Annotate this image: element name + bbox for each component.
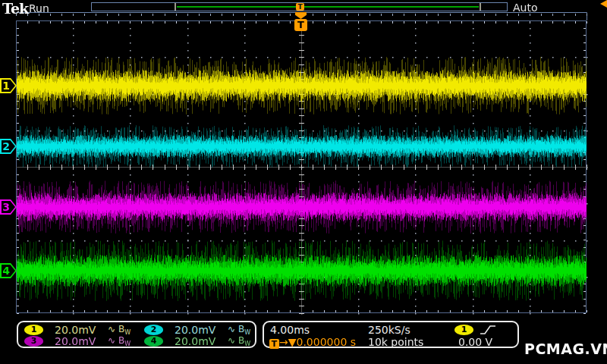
trigger-source-badge: 1 [454, 325, 473, 335]
trigger-t-icon: T [269, 339, 279, 349]
record-view-trigger-marker-icon: T [296, 3, 304, 11]
channel-3-marker-label: 3 [1, 200, 11, 214]
channel-4-scale: 20.0mV [175, 335, 215, 347]
channel-2-scale: 20.0mV [175, 324, 215, 336]
channel-3-readout: 3 20.0mV ∿ BW [24, 335, 138, 347]
channel-3-marker: 3 [0, 199, 17, 215]
channel-1-badge: 1 [24, 325, 43, 335]
channel-2-badge: 2 [144, 325, 163, 335]
channel-1-coupling-bandwidth-icon: ∿ BW [108, 324, 131, 336]
channel-3-badge: 3 [24, 336, 43, 347]
channel-4-marker-label: 4 [1, 264, 11, 278]
trigger-level-readout: 0.00 V [458, 336, 492, 348]
record-view-trace [177, 6, 479, 8]
channel-4-readout: 4 20.0mV ∿ BW [144, 335, 258, 347]
waveform-display [0, 0, 607, 364]
acquisition-status: Run [29, 2, 49, 14]
trigger-mode-label: Auto [513, 2, 538, 14]
channel-2-marker-label: 2 [1, 140, 11, 153]
oscilloscope-screen: Tek Run T Auto T 1 2 3 4 1 20.0mV [0, 0, 607, 364]
timebase-scale: 4.00ms [270, 324, 310, 336]
record-view-bar: T [91, 2, 508, 11]
channel-4-marker: 4 [0, 263, 17, 278]
record-length: 10k points [368, 336, 423, 348]
channel-3-scale: 20.0mV [55, 335, 96, 347]
channel-readout-box: 1 20.0mV ∿ BW 2 20.0mV ∿ BW 3 20.0mV ∿ B… [17, 321, 256, 348]
watermark: PCMAG.VN [524, 340, 607, 357]
record-view-right-bracket [480, 3, 481, 11]
channel-2-marker: 2 [0, 139, 17, 154]
channel-1-marker: 1 [0, 78, 17, 93]
channel-3-coupling-bandwidth-icon: ∿ BW [108, 335, 131, 347]
channel-4-coupling-bandwidth-icon: ∿ BW [228, 335, 250, 347]
channel-1-scale: 20.0mV [55, 324, 96, 336]
sample-rate: 250kS/s [368, 324, 410, 336]
trigger-position-readout: T→▼0.000000 s [269, 336, 356, 349]
channel-4-badge: 4 [144, 336, 163, 347]
horizontal-trigger-readout-box: 4.00ms 250kS/s 1 T→▼0.000000 s 10k point… [263, 321, 519, 348]
channel-1-marker-label: 1 [1, 79, 11, 93]
record-view-left-bracket [175, 3, 176, 11]
channel-2-readout: 2 20.0mV ∿ BW [144, 324, 258, 336]
tek-logo: Tek [2, 0, 28, 17]
channel-1-readout: 1 20.0mV ∿ BW [24, 324, 138, 336]
trigger-position-flag-icon: T [294, 19, 307, 31]
channel-2-coupling-bandwidth-icon: ∿ BW [228, 324, 250, 336]
